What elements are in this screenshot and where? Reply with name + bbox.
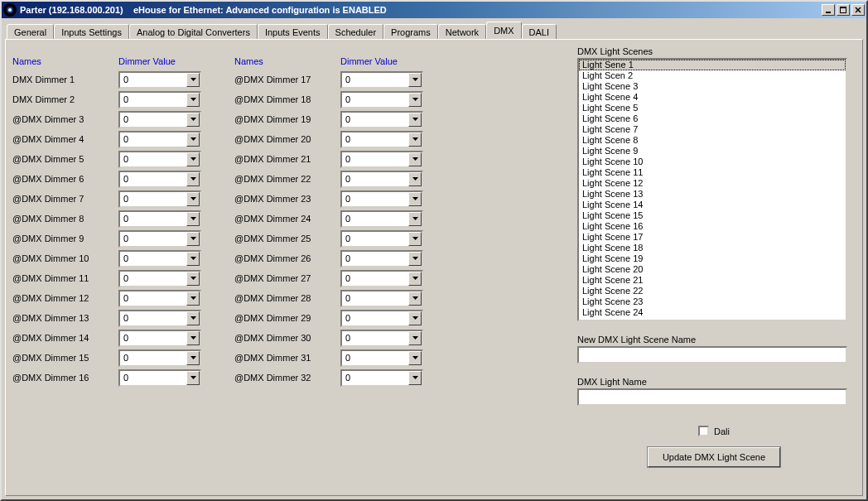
list-item[interactable]: Light Scene 19: [579, 253, 846, 264]
dimmer-value-select[interactable]: 0: [118, 270, 201, 287]
chevron-down-icon[interactable]: [408, 132, 422, 147]
list-item[interactable]: Light Sene 1: [579, 60, 846, 70]
chevron-down-icon[interactable]: [186, 232, 200, 246]
chevron-down-icon[interactable]: [408, 331, 422, 345]
dimmer-value-select[interactable]: 0: [340, 190, 423, 208]
tab-scheduler[interactable]: Scheduler: [328, 24, 384, 40]
tab-analog-to-digital-converters[interactable]: Analog to Digital Converters: [129, 24, 258, 40]
chevron-down-icon[interactable]: [408, 291, 422, 306]
chevron-down-icon[interactable]: [408, 172, 422, 186]
list-item[interactable]: Light Scene 14: [579, 200, 846, 210]
list-item[interactable]: Light Scene 4: [579, 92, 846, 103]
list-item[interactable]: Light Scene 16: [579, 221, 846, 232]
chevron-down-icon[interactable]: [186, 73, 200, 87]
list-item[interactable]: Light Scene 3: [579, 81, 846, 92]
list-item[interactable]: Light Scene 13: [579, 189, 846, 200]
list-item[interactable]: Light Scene 23: [579, 296, 846, 307]
dimmer-value-select[interactable]: 0: [118, 190, 201, 208]
close-button[interactable]: [851, 4, 865, 16]
update-scene-button[interactable]: Update DMX Light Scene: [647, 446, 781, 468]
light-name-input[interactable]: [577, 388, 847, 406]
list-item[interactable]: Light Scene 9: [579, 146, 846, 157]
dimmer-value-select[interactable]: 0: [340, 330, 423, 347]
dimmer-value-select[interactable]: 0: [118, 131, 201, 148]
list-item[interactable]: Light Scene 21: [579, 275, 846, 286]
tab-inputs-settings[interactable]: Inputs Settings: [54, 24, 129, 40]
list-item[interactable]: Light Scene 20: [579, 264, 846, 275]
chevron-down-icon[interactable]: [186, 192, 200, 206]
dimmer-value-select[interactable]: 0: [118, 250, 201, 267]
dimmer-value-select[interactable]: 0: [340, 270, 423, 287]
dimmer-value-select[interactable]: 0: [340, 290, 423, 307]
chevron-down-icon[interactable]: [186, 311, 200, 325]
chevron-down-icon[interactable]: [408, 73, 422, 87]
tab-programs[interactable]: Programs: [383, 24, 438, 40]
dimmer-value-select[interactable]: 0: [340, 111, 423, 128]
tab-inputs-events[interactable]: Inputs Events: [258, 24, 328, 40]
chevron-down-icon[interactable]: [408, 152, 422, 166]
dimmer-value-select[interactable]: 0: [340, 71, 423, 89]
dimmer-value-select[interactable]: 0: [340, 369, 423, 387]
chevron-down-icon[interactable]: [408, 113, 422, 127]
dimmer-value-select[interactable]: 0: [118, 349, 201, 367]
dimmer-value-select[interactable]: 0: [340, 171, 423, 188]
chevron-down-icon[interactable]: [186, 93, 200, 107]
dimmer-value-select[interactable]: 0: [118, 290, 201, 307]
chevron-down-icon[interactable]: [186, 152, 200, 166]
dimmer-value-select[interactable]: 0: [118, 310, 201, 327]
tab-dali[interactable]: DALI: [522, 24, 557, 40]
scenes-listbox[interactable]: Light Sene 1Light Scen 2Light Scene 3Lig…: [577, 58, 847, 321]
chevron-down-icon[interactable]: [186, 252, 200, 266]
dimmer-value-select[interactable]: 0: [118, 230, 201, 248]
chevron-down-icon[interactable]: [186, 113, 200, 127]
chevron-down-icon[interactable]: [186, 132, 200, 147]
dimmer-value-select[interactable]: 0: [340, 349, 423, 367]
tab-general[interactable]: General: [7, 24, 54, 40]
list-item[interactable]: Light Scene 6: [579, 113, 846, 124]
chevron-down-icon[interactable]: [186, 212, 200, 226]
list-item[interactable]: Light Scene 15: [579, 210, 846, 221]
chevron-down-icon[interactable]: [408, 93, 422, 107]
dimmer-value-select[interactable]: 0: [118, 330, 201, 347]
chevron-down-icon[interactable]: [408, 192, 422, 206]
chevron-down-icon[interactable]: [186, 371, 200, 385]
new-scene-input[interactable]: [577, 346, 847, 364]
list-item[interactable]: Light Scene 10: [579, 157, 846, 167]
list-item[interactable]: Light Scene 24: [579, 307, 846, 318]
list-item[interactable]: Light Scene 12: [579, 178, 846, 189]
chevron-down-icon[interactable]: [408, 351, 422, 365]
list-item[interactable]: Light Scene 7: [579, 124, 846, 135]
list-item[interactable]: Light Scene 5: [579, 103, 846, 113]
chevron-down-icon[interactable]: [408, 212, 422, 226]
list-item[interactable]: Light Scene 22: [579, 286, 846, 296]
chevron-down-icon[interactable]: [408, 311, 422, 325]
minimize-button[interactable]: [822, 4, 835, 16]
dimmer-value-select[interactable]: 0: [340, 91, 423, 108]
dimmer-value-select[interactable]: 0: [118, 210, 201, 228]
dimmer-value-select[interactable]: 0: [340, 310, 423, 327]
list-item[interactable]: Light Scene 18: [579, 243, 846, 253]
tab-network[interactable]: Network: [438, 24, 486, 40]
list-item[interactable]: Light Scene 8: [579, 135, 846, 146]
chevron-down-icon[interactable]: [186, 172, 200, 186]
chevron-down-icon[interactable]: [186, 351, 200, 365]
maximize-button[interactable]: [837, 4, 850, 16]
list-item[interactable]: Light Scene 11: [579, 167, 846, 178]
chevron-down-icon[interactable]: [408, 232, 422, 246]
chevron-down-icon[interactable]: [408, 272, 422, 286]
chevron-down-icon[interactable]: [408, 371, 422, 385]
dimmer-value-select[interactable]: 0: [118, 151, 201, 168]
list-item[interactable]: Light Scene 17: [579, 232, 846, 243]
dimmer-value-select[interactable]: 0: [340, 131, 423, 148]
dimmer-value-select[interactable]: 0: [340, 210, 423, 228]
dimmer-value-select[interactable]: 0: [118, 369, 201, 387]
dali-checkbox[interactable]: [698, 426, 709, 436]
chevron-down-icon[interactable]: [186, 291, 200, 306]
dimmer-value-select[interactable]: 0: [118, 111, 201, 128]
dimmer-value-select[interactable]: 0: [118, 171, 201, 188]
dimmer-value-select[interactable]: 0: [118, 71, 201, 89]
chevron-down-icon[interactable]: [186, 331, 200, 345]
dimmer-value-select[interactable]: 0: [340, 151, 423, 168]
dimmer-value-select[interactable]: 0: [340, 250, 423, 267]
chevron-down-icon[interactable]: [186, 272, 200, 286]
